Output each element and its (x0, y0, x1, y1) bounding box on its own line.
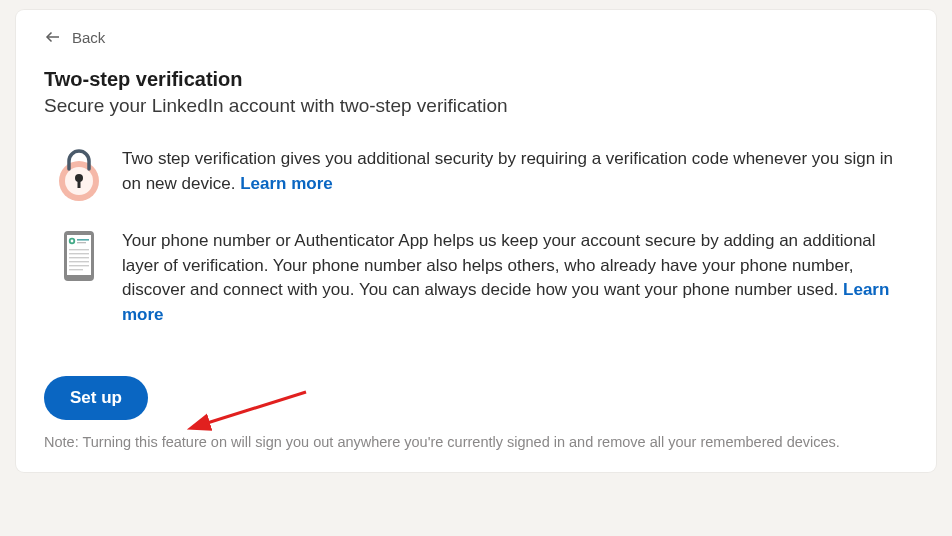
footer-note: Note: Turning this feature on will sign … (44, 434, 908, 450)
svg-rect-9 (77, 239, 89, 241)
page-subtitle: Secure your LinkedIn account with two-st… (44, 95, 908, 117)
back-label: Back (72, 29, 105, 46)
info-text-phone: Your phone number or Authenticator App h… (122, 229, 908, 328)
settings-card: Back Two-step verification Secure your L… (16, 10, 936, 472)
svg-rect-14 (69, 261, 89, 262)
phone-icon (56, 229, 102, 283)
svg-rect-15 (69, 265, 89, 266)
learn-more-link-security[interactable]: Learn more (240, 174, 333, 193)
annotation-arrow-icon (176, 380, 316, 440)
svg-point-8 (71, 240, 74, 243)
info-block-phone: Your phone number or Authenticator App h… (44, 229, 908, 328)
security-description: Two step verification gives you addition… (122, 149, 893, 193)
phone-description: Your phone number or Authenticator App h… (122, 231, 876, 299)
svg-rect-10 (77, 242, 86, 243)
svg-rect-13 (69, 257, 89, 258)
info-block-security: Two step verification gives you addition… (44, 147, 908, 201)
svg-rect-12 (69, 253, 89, 254)
svg-rect-11 (69, 249, 89, 250)
svg-rect-16 (69, 269, 83, 270)
lock-icon (56, 147, 102, 201)
page-title: Two-step verification (44, 68, 908, 91)
back-arrow-icon (44, 28, 62, 46)
setup-button[interactable]: Set up (44, 376, 148, 420)
back-button[interactable]: Back (44, 28, 105, 46)
svg-line-17 (204, 392, 306, 424)
svg-rect-4 (78, 180, 81, 188)
info-text-security: Two step verification gives you addition… (122, 147, 908, 201)
